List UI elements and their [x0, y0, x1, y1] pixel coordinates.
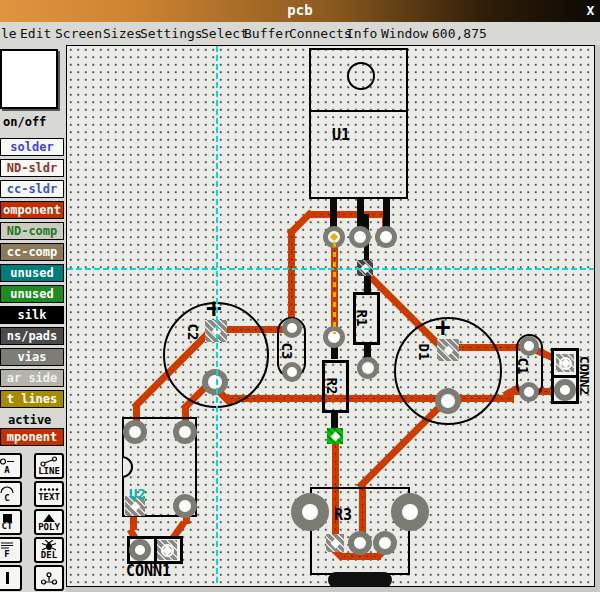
trace-segment[interactable]: [288, 233, 295, 328]
active-layer-button[interactable]: mponent: [0, 428, 64, 446]
tool-button-poly[interactable]: POLY: [34, 509, 64, 535]
layer-button-far-side[interactable]: ar side: [0, 369, 64, 387]
menu-screen[interactable]: Screen: [55, 26, 102, 41]
layer-button-silk[interactable]: silk: [0, 306, 64, 324]
bar-icon: [6, 572, 9, 584]
refdes-r3: R3: [334, 506, 352, 524]
layer-button-gnd-comp[interactable]: ND-comp: [0, 222, 64, 240]
tool-button-buf[interactable]: F: [0, 537, 22, 563]
conn1-pad-1[interactable]: [129, 539, 151, 561]
crosshair-horizontal-line: [67, 268, 594, 270]
tool-button-partial[interactable]: [0, 565, 22, 591]
tool-label: LINE: [38, 467, 60, 476]
u2-pad[interactable]: [173, 420, 197, 444]
menu-bar: le Edit Screen Sizes Settings Select Buf…: [0, 22, 600, 45]
conn1-pad-2[interactable]: [157, 540, 177, 560]
u1-divider-line: [309, 110, 408, 112]
u1-mounting-hole: [347, 62, 375, 90]
insert-point-icon: [40, 572, 58, 585]
horizontal-scrollbar[interactable]: [66, 587, 600, 592]
trace-segment[interactable]: [310, 211, 388, 218]
tool-button-arc[interactable]: C: [0, 481, 22, 507]
tool-label: POLY: [38, 523, 60, 532]
crosshair-vertical-line: [216, 46, 218, 586]
r3-pad-2[interactable]: [348, 531, 372, 555]
layer-control-panel: on/off solder ND-sldr cc-sldr omponent N…: [0, 45, 67, 592]
d1-positive-pad[interactable]: [437, 339, 459, 361]
r3-pad-1[interactable]: [326, 534, 344, 552]
r3-wiper-pad[interactable]: [391, 493, 429, 531]
menu-edit[interactable]: Edit: [20, 26, 51, 41]
u2-pad[interactable]: [173, 494, 197, 518]
layer-button-vias[interactable]: vias: [0, 348, 64, 366]
tool-button-del[interactable]: DEL: [34, 537, 64, 563]
menu-connects[interactable]: Connects: [289, 26, 352, 41]
layer-button-rat-lines[interactable]: t lines: [0, 390, 64, 408]
selected-pad[interactable]: [327, 428, 343, 444]
board-preview-thumbnail[interactable]: [0, 49, 58, 109]
tool-button-text[interactable]: TEXT: [34, 481, 64, 507]
c1-pad[interactable]: [519, 382, 539, 402]
u2-pad[interactable]: [123, 420, 147, 444]
pin1-marker: [330, 233, 338, 241]
refdes-d1: D1: [416, 344, 432, 361]
rat-line[interactable]: [333, 242, 336, 334]
menu-info[interactable]: Info: [346, 26, 377, 41]
tool-label: CT: [2, 522, 13, 531]
layer-button-unused-1[interactable]: unused: [0, 264, 64, 282]
c2-polarity-mark: +: [206, 293, 222, 323]
layer-button-vcc-comp[interactable]: cc-comp: [0, 243, 64, 261]
tool-button-rect[interactable]: CT: [0, 509, 22, 535]
r1-pad[interactable]: [357, 357, 379, 379]
r3-wiper-pad[interactable]: [291, 493, 329, 531]
c3-pad[interactable]: [282, 362, 302, 382]
tool-label: TEXT: [38, 493, 60, 502]
conn2-cell-divider: [554, 375, 576, 378]
refdes-c1: C1: [515, 358, 531, 375]
menu-settings[interactable]: Settings: [140, 26, 203, 41]
tool-label: F: [4, 550, 9, 559]
refdes-r2: R2: [324, 378, 340, 395]
layer-button-vcc-sldr[interactable]: cc-sldr: [0, 180, 64, 198]
u1-pad-2[interactable]: [349, 226, 371, 248]
layer-button-gnd-sldr[interactable]: ND-sldr: [0, 159, 64, 177]
layer-button-pins-pads[interactable]: ns/pads: [0, 327, 64, 345]
menu-select[interactable]: Select: [201, 26, 248, 41]
tool-button-via[interactable]: A: [0, 453, 22, 479]
refdes-c3: C3: [279, 343, 295, 360]
tool-label: C: [4, 494, 9, 503]
close-button[interactable]: X: [582, 2, 599, 20]
r3-adjust-slot[interactable]: [328, 572, 392, 587]
layer-button-unused-2[interactable]: unused: [0, 285, 64, 303]
c2-negative-pad[interactable]: [202, 369, 228, 395]
vertical-scrollbar[interactable]: [595, 45, 600, 587]
d1-negative-pad[interactable]: [435, 388, 461, 414]
window-title: pcb: [0, 2, 600, 18]
layer-button-solder[interactable]: solder: [0, 138, 64, 156]
u2-notch: [111, 456, 133, 478]
title-bar[interactable]: pcb X: [0, 0, 600, 23]
refdes-u2: U2: [129, 486, 146, 502]
menu-buffer[interactable]: Buffer: [244, 26, 291, 41]
menu-window[interactable]: Window: [381, 26, 428, 41]
c3-pad[interactable]: [282, 318, 302, 338]
polygon-icon: [41, 513, 57, 523]
tool-label: DEL: [41, 551, 57, 560]
u1-pad-3[interactable]: [375, 226, 397, 248]
layer-button-component[interactable]: omponent: [0, 201, 64, 219]
menu-sizes[interactable]: Sizes: [103, 26, 142, 41]
conn2-pad-2[interactable]: [554, 379, 576, 401]
c1-pad[interactable]: [519, 336, 539, 356]
r3-pad-3[interactable]: [373, 531, 397, 555]
refdes-conn2: CONN2: [577, 346, 592, 406]
board-canvas[interactable]: U1 R1 R2 C2 C3 D1 C1 CONN2 R3 U2 CONN1 +…: [66, 45, 595, 587]
refdes-r1: R1: [354, 310, 370, 327]
refdes-u1: U1: [332, 126, 350, 144]
refdes-c2: C2: [185, 324, 201, 341]
pcb-application-window: pcb X le Edit Screen Sizes Settings Sele…: [0, 0, 600, 592]
conn2-pad-1[interactable]: [556, 354, 574, 372]
menu-file[interactable]: le: [1, 26, 17, 41]
tool-button-insert-point[interactable]: [34, 565, 64, 591]
d1-polarity-mark: +: [435, 312, 451, 342]
tool-button-line[interactable]: LINE: [34, 453, 64, 479]
